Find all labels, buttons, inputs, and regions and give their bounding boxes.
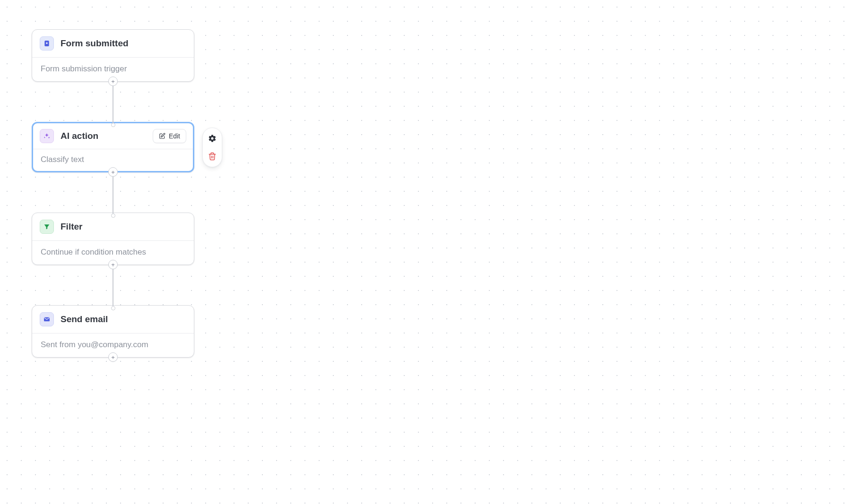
node-header: Form submitted xyxy=(32,30,194,57)
connector-port xyxy=(111,214,115,218)
form-submit-icon xyxy=(40,36,54,51)
node-side-actions xyxy=(202,128,222,167)
add-step-button[interactable]: + xyxy=(108,260,118,269)
filter-icon xyxy=(40,220,54,234)
node-title: Send email xyxy=(61,314,186,325)
node-form-submitted[interactable]: Form submitted Form submission trigger xyxy=(32,29,194,82)
connector: + xyxy=(108,260,118,310)
gear-icon xyxy=(208,134,217,143)
connector-line xyxy=(113,177,113,214)
edit-button-label: Edit xyxy=(169,132,180,140)
add-step-button[interactable]: + xyxy=(108,77,118,86)
pencil-icon xyxy=(159,133,165,139)
node-settings-button[interactable] xyxy=(207,133,218,144)
connector: + xyxy=(108,167,118,218)
node-filter[interactable]: Filter Continue if condition matches xyxy=(32,213,194,265)
connector: + xyxy=(108,77,118,127)
add-step-button[interactable]: + xyxy=(108,352,118,362)
connector-port xyxy=(111,123,115,127)
connector-line xyxy=(113,269,113,306)
trash-icon xyxy=(208,152,217,161)
node-send-email[interactable]: Send email Sent from you@company.com xyxy=(32,305,194,358)
connector-line xyxy=(113,86,113,123)
add-step-button[interactable]: + xyxy=(108,167,118,177)
node-delete-button[interactable] xyxy=(207,151,218,162)
workflow-canvas[interactable]: Form submitted Form submission trigger +… xyxy=(32,29,194,362)
node-title: Form submitted xyxy=(61,38,186,49)
edit-button[interactable]: Edit xyxy=(153,129,186,143)
node-header: AI action Edit xyxy=(33,123,193,149)
connector: + xyxy=(108,352,118,362)
node-ai-action[interactable]: AI action Edit Classify text xyxy=(32,122,194,172)
mail-icon xyxy=(40,312,54,326)
node-title: AI action xyxy=(61,131,146,141)
connector-port xyxy=(111,306,115,310)
sparkle-icon xyxy=(40,129,54,143)
node-title: Filter xyxy=(61,222,186,232)
